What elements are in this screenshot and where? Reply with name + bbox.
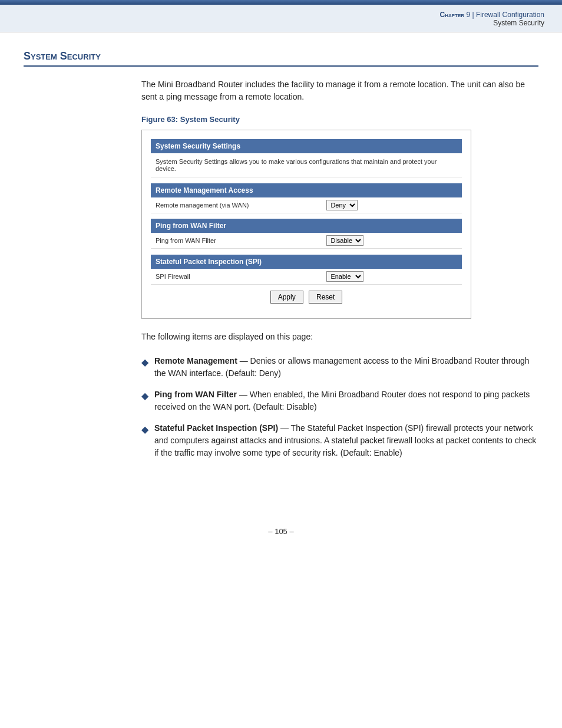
ping-header-row: Ping from WAN Filter [151,219,462,233]
main-content: System Security The Mini Broadband Route… [0,32,562,492]
desc-term-remote-mgmt: Remote Management [154,356,237,365]
gap-cell-1 [151,177,462,183]
chapter-title: Firewall Configuration [476,11,544,19]
ping-filter-row: Ping from WAN Filter Disable Enable [151,233,462,249]
spi-firewall-control[interactable]: Enable Disable [322,269,462,285]
buttons-cell: Apply Reset [151,284,462,309]
bullet-diamond-1: ◆ [141,355,148,370]
desc-item-remote-mgmt: ◆ Remote Management — Denies or allows m… [141,355,538,380]
following-items-text: The following items are displayed on thi… [141,331,538,343]
buttons-row: Apply Reset [151,284,462,309]
bullet-diamond-2: ◆ [141,389,148,403]
header-gradient-bar [0,0,562,5]
remote-mgmt-select[interactable]: Deny Allow [326,200,358,210]
page-number: – 105 – [268,527,293,536]
reset-button[interactable]: Reset [309,291,342,304]
desc-term-ping: Ping from WAN Filter [154,390,237,399]
desc-item-spi: ◆ Stateful Packet Inspection (SPI) — The… [141,422,538,459]
gap-cell-2 [151,213,462,219]
remote-mgmt-header-cell: Remote Management Access [151,183,462,197]
section-title: System Security [24,50,538,67]
spi-firewall-select[interactable]: Enable Disable [326,271,363,282]
figure-caption: Figure 63: System Security [141,115,538,124]
gap-row-2 [151,213,462,219]
chapter-separator: | [472,11,474,19]
spi-firewall-label: SPI Firewall [151,269,322,285]
remote-mgmt-row: Remote management (via WAN) Deny Allow [151,197,462,213]
gap-cell-3 [151,249,462,255]
settings-desc-cell: System Security Settings allows you to m… [151,153,462,177]
ping-filter-select[interactable]: Disable Enable [326,235,363,246]
desc-text-remote-mgmt: Remote Management — Denies or allows man… [154,355,538,380]
desc-term-spi: Stateful Packet Inspection (SPI) [154,423,278,433]
chapter-header: Chapter 9 | Firewall Configuration Syste… [0,5,562,32]
spi-header-row: Stateful Packet Inspection (SPI) [151,255,462,269]
remote-mgmt-label: Remote management (via WAN) [151,197,322,213]
chapter-subtitle: System Security [0,19,544,27]
gap-row-3 [151,249,462,255]
figure-container: System Security Settings System Security… [141,130,471,319]
spi-header-cell: Stateful Packet Inspection (SPI) [151,255,462,269]
ping-filter-label: Ping from WAN Filter [151,233,322,249]
chapter-label: Chapter 9 | Firewall Configuration [440,11,544,19]
settings-header-cell: System Security Settings [151,139,462,153]
chapter-num: Chapter [440,11,465,19]
ping-header-cell: Ping from WAN Filter [151,219,462,233]
chapter-num-value: 9 [466,11,470,19]
settings-desc-row: System Security Settings allows you to m… [151,153,462,177]
settings-table: System Security Settings System Security… [151,139,462,309]
gap-row-1 [151,177,462,183]
body-text: The Mini Broadband Router includes the f… [141,78,538,103]
settings-header-row: System Security Settings [151,139,462,153]
spi-firewall-row: SPI Firewall Enable Disable [151,269,462,285]
ping-filter-control[interactable]: Disable Enable [322,233,462,249]
desc-item-ping: ◆ Ping from WAN Filter — When enabled, t… [141,388,538,413]
desc-text-spi: Stateful Packet Inspection (SPI) — The S… [154,422,538,459]
remote-mgmt-header-row: Remote Management Access [151,183,462,197]
remote-mgmt-control[interactable]: Deny Allow [322,197,462,213]
desc-text-ping: Ping from WAN Filter — When enabled, the… [154,388,538,413]
page-footer: – 105 – [0,515,562,548]
bullet-diamond-3: ◆ [141,423,148,437]
description-list: ◆ Remote Management — Denies or allows m… [141,355,538,459]
apply-button[interactable]: Apply [270,291,303,304]
